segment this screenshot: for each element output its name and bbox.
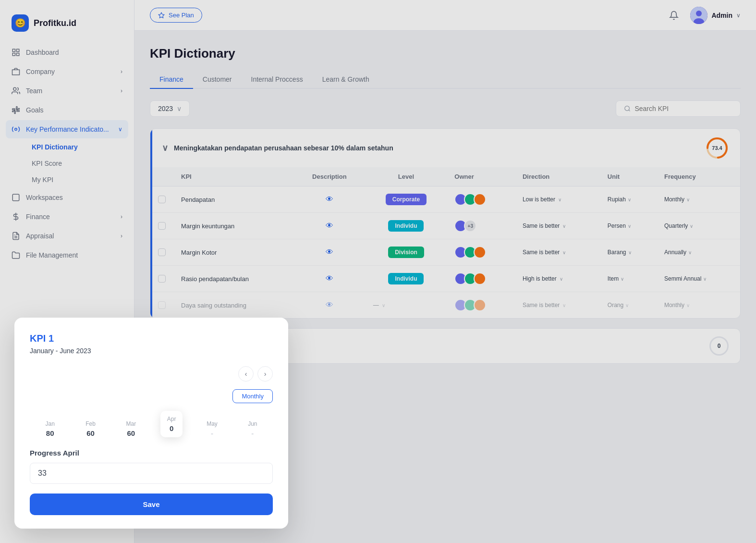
- team-icon: [12, 86, 20, 95]
- sidebar-label-finance: Finance: [26, 213, 50, 221]
- table-row: Rasio pendapatan/bulan 👁 Individu: [150, 266, 740, 292]
- row-description: 👁: [293, 266, 366, 292]
- sidebar-item-company[interactable]: Company ›: [6, 62, 128, 81]
- tab-customer[interactable]: Customer: [193, 71, 242, 89]
- frequency-select[interactable]: Monthly ∨: [664, 302, 732, 309]
- direction-chevron-icon: ∨: [560, 276, 563, 282]
- search-input[interactable]: [634, 105, 732, 112]
- next-month-button[interactable]: ›: [257, 366, 273, 382]
- row-direction: Low is better ∨: [515, 186, 600, 213]
- row-frequency: Quarterly ∨: [657, 213, 740, 239]
- sidebar-item-finance[interactable]: Finance ›: [6, 208, 128, 226]
- sidebar-item-kpi-score[interactable]: KPI Score: [26, 156, 128, 171]
- row-owner: [447, 266, 515, 292]
- direction-select[interactable]: High is better ∨: [523, 275, 592, 282]
- freq-chevron-icon: ∨: [703, 276, 707, 282]
- see-plan-button[interactable]: See Plan: [150, 8, 202, 23]
- tab-finance[interactable]: Finance: [150, 71, 193, 89]
- sidebar-nav: Dashboard Company › Team ›: [0, 43, 134, 264]
- level-badge[interactable]: Division: [388, 247, 424, 258]
- frequency-select[interactable]: Quarterly ∨: [664, 222, 732, 229]
- sidebar-item-workspaces[interactable]: Workspaces: [6, 188, 128, 207]
- svg-rect-2: [12, 53, 15, 56]
- month-value-apr: 0: [167, 424, 176, 432]
- kpi-panel: KPI 1 January - June 2023 ‹ › Monthly Ja…: [14, 318, 288, 529]
- unit-select[interactable]: Rupiah ∨: [608, 196, 649, 203]
- unit-select[interactable]: Orang ∨: [608, 302, 649, 309]
- row-checkbox[interactable]: [158, 275, 166, 283]
- row-checkbox[interactable]: [158, 248, 166, 256]
- eye-icon[interactable]: 👁: [326, 274, 333, 283]
- frequency-toggle-button[interactable]: Monthly: [232, 389, 273, 403]
- unit-select[interactable]: Barang ∨: [608, 249, 649, 256]
- tab-learn[interactable]: Learn & Growth: [313, 71, 379, 89]
- month-value-feb: 60: [86, 429, 95, 437]
- row-level: Individu: [366, 266, 447, 292]
- avatar-sm: [474, 272, 486, 285]
- sidebar-label-file-management: File Management: [26, 251, 78, 259]
- unit-select[interactable]: Item ∨: [608, 275, 649, 282]
- eye-icon[interactable]: 👁: [326, 195, 333, 203]
- logo: 😊 Profitku.id: [0, 10, 134, 43]
- svg-rect-8: [12, 194, 19, 201]
- topbar-right: Admin ∨: [665, 7, 741, 24]
- user-info[interactable]: Admin ∨: [690, 7, 741, 24]
- eye-icon[interactable]: 👁: [326, 222, 333, 230]
- user-name: Admin: [711, 12, 732, 19]
- month-label-jan: Jan: [45, 420, 54, 427]
- row-description: 👁: [293, 292, 366, 319]
- sidebar-item-goals[interactable]: Goals: [6, 101, 128, 119]
- prev-month-button[interactable]: ‹: [238, 366, 254, 382]
- row-kpi-name: Margin Kotor: [173, 239, 293, 266]
- section-1-title-text: Meningkatakan pendapatan perusahaan sebe…: [174, 144, 393, 152]
- sidebar-item-team[interactable]: Team ›: [6, 82, 128, 100]
- level-badge[interactable]: Individu: [388, 220, 424, 232]
- frequency-select[interactable]: Monthly ∨: [664, 196, 732, 203]
- direction-chevron-icon: ∨: [562, 303, 566, 308]
- tab-internal[interactable]: Internal Proccess: [242, 71, 313, 89]
- row-checkbox[interactable]: [158, 301, 166, 309]
- row-unit: Persen ∨: [600, 213, 657, 239]
- row-level: Division: [366, 239, 447, 266]
- row-kpi-name: Daya saing outstanding: [173, 292, 293, 319]
- eye-icon[interactable]: 👁: [326, 301, 333, 309]
- avatar-more: +3: [464, 220, 476, 232]
- direction-select[interactable]: Same is better ∨: [523, 249, 592, 256]
- direction-select[interactable]: Low is better ∨: [523, 196, 592, 203]
- dashboard-icon: [12, 48, 20, 57]
- row-checkbox[interactable]: [158, 196, 166, 203]
- year-select[interactable]: 2023 ∨: [150, 100, 190, 117]
- row-checkbox-cell: [150, 292, 173, 319]
- save-button[interactable]: Save: [30, 494, 273, 515]
- sidebar-item-kpi-dictionary[interactable]: KPI Dictionary: [26, 139, 128, 155]
- row-checkbox[interactable]: [158, 222, 166, 230]
- frequency-select[interactable]: Annually ∨: [664, 249, 732, 256]
- notification-icon[interactable]: [665, 7, 683, 24]
- sidebar-item-dashboard[interactable]: Dashboard: [6, 43, 128, 62]
- sidebar-item-my-kpi[interactable]: My KPI: [26, 172, 128, 187]
- months-row: Jan 80 Feb 60 Mar 60 Apr 0 May - Jun -: [30, 411, 273, 437]
- direction-chevron-icon: ∨: [562, 250, 566, 255]
- level-dropdown[interactable]: — ∨: [373, 302, 439, 309]
- direction-select[interactable]: Same is better ∨: [523, 302, 592, 309]
- progress-input[interactable]: [30, 463, 273, 484]
- progress-ring: 73.4: [706, 136, 729, 160]
- panel-top-row: ‹ ›: [30, 366, 273, 382]
- sidebar-item-appraisal[interactable]: Appraisal ›: [6, 227, 128, 245]
- appraisal-icon: [12, 232, 20, 240]
- freq-chevron-icon: ∨: [686, 197, 690, 202]
- section-1-title: ∨ Meningkatakan pendapatan perusahaan se…: [162, 143, 393, 153]
- level-badge[interactable]: Individu: [388, 273, 424, 284]
- section-collapse-icon[interactable]: ∨: [162, 143, 168, 153]
- frequency-select[interactable]: Semmi Annual ∨: [664, 275, 732, 282]
- freq-chevron-icon: ∨: [690, 223, 693, 229]
- sidebar-item-kpi[interactable]: Key Performance Indicato... ∨: [6, 120, 128, 138]
- sidebar-item-file-management[interactable]: File Management: [6, 246, 128, 264]
- eye-icon[interactable]: 👁: [326, 248, 333, 256]
- level-badge[interactable]: Corporate: [386, 194, 427, 205]
- avatar-stack: [454, 299, 507, 311]
- row-frequency: Monthly ∨: [657, 186, 740, 213]
- direction-select[interactable]: Same is better ∨: [523, 222, 592, 229]
- unit-select[interactable]: Persen ∨: [608, 222, 649, 229]
- row-owner: +3: [447, 213, 515, 239]
